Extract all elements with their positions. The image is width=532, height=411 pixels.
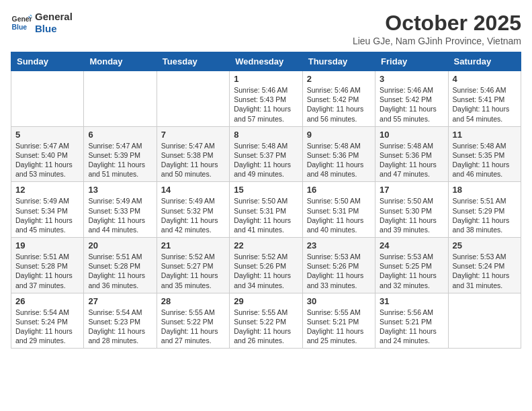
day-cell: 22Sunrise: 5:52 AM Sunset: 5:26 PM Dayli… bbox=[230, 238, 302, 293]
day-info: Sunrise: 5:47 AM Sunset: 5:38 PM Dayligh… bbox=[161, 141, 225, 179]
day-cell: 18Sunrise: 5:51 AM Sunset: 5:29 PM Dayli… bbox=[448, 182, 521, 238]
day-cell: 6Sunrise: 5:47 AM Sunset: 5:39 PM Daylig… bbox=[84, 126, 157, 182]
week-row-1: 5Sunrise: 5:47 AM Sunset: 5:40 PM Daylig… bbox=[11, 126, 521, 182]
day-number: 9 bbox=[307, 130, 371, 140]
day-info: Sunrise: 5:47 AM Sunset: 5:40 PM Dayligh… bbox=[15, 141, 79, 179]
day-info: Sunrise: 5:54 AM Sunset: 5:24 PM Dayligh… bbox=[15, 308, 79, 346]
day-cell: 19Sunrise: 5:51 AM Sunset: 5:28 PM Dayli… bbox=[11, 238, 84, 293]
day-info: Sunrise: 5:55 AM Sunset: 5:22 PM Dayligh… bbox=[234, 308, 298, 346]
day-info: Sunrise: 5:51 AM Sunset: 5:28 PM Dayligh… bbox=[88, 252, 152, 290]
day-info: Sunrise: 5:52 AM Sunset: 5:26 PM Dayligh… bbox=[234, 252, 298, 290]
day-cell: 16Sunrise: 5:50 AM Sunset: 5:31 PM Dayli… bbox=[302, 182, 375, 238]
day-cell: 10Sunrise: 5:48 AM Sunset: 5:36 PM Dayli… bbox=[375, 126, 448, 182]
logo: General Blue General Blue bbox=[11, 11, 73, 35]
day-info: Sunrise: 5:52 AM Sunset: 5:27 PM Dayligh… bbox=[161, 252, 225, 290]
day-number: 18 bbox=[453, 185, 517, 195]
day-info: Sunrise: 5:49 AM Sunset: 5:34 PM Dayligh… bbox=[15, 196, 79, 234]
day-cell: 25Sunrise: 5:53 AM Sunset: 5:24 PM Dayli… bbox=[448, 238, 521, 293]
day-cell bbox=[11, 71, 84, 127]
day-info: Sunrise: 5:49 AM Sunset: 5:33 PM Dayligh… bbox=[88, 196, 152, 234]
day-number: 20 bbox=[88, 240, 152, 250]
day-number: 12 bbox=[15, 185, 79, 195]
day-cell: 20Sunrise: 5:51 AM Sunset: 5:28 PM Dayli… bbox=[84, 238, 157, 293]
day-info: Sunrise: 5:53 AM Sunset: 5:26 PM Dayligh… bbox=[307, 252, 371, 290]
day-cell: 2Sunrise: 5:46 AM Sunset: 5:42 PM Daylig… bbox=[302, 71, 375, 127]
day-cell: 24Sunrise: 5:53 AM Sunset: 5:25 PM Dayli… bbox=[375, 238, 448, 293]
day-number: 16 bbox=[307, 185, 371, 195]
logo-icon: General Blue bbox=[11, 12, 32, 34]
day-info: Sunrise: 5:56 AM Sunset: 5:21 PM Dayligh… bbox=[380, 308, 443, 346]
day-info: Sunrise: 5:46 AM Sunset: 5:42 PM Dayligh… bbox=[380, 85, 443, 124]
day-number: 14 bbox=[161, 185, 225, 195]
day-cell: 13Sunrise: 5:49 AM Sunset: 5:33 PM Dayli… bbox=[84, 182, 157, 238]
day-number: 1 bbox=[234, 74, 298, 84]
day-info: Sunrise: 5:48 AM Sunset: 5:37 PM Dayligh… bbox=[234, 141, 298, 179]
day-cell: 3Sunrise: 5:46 AM Sunset: 5:42 PM Daylig… bbox=[375, 71, 448, 127]
day-number: 7 bbox=[161, 130, 225, 140]
day-number: 26 bbox=[15, 296, 79, 306]
day-number: 11 bbox=[453, 130, 517, 140]
day-number: 17 bbox=[380, 185, 443, 195]
header-thursday: Thursday bbox=[302, 52, 375, 71]
week-row-3: 19Sunrise: 5:51 AM Sunset: 5:28 PM Dayli… bbox=[11, 238, 521, 293]
day-number: 24 bbox=[380, 240, 443, 250]
day-number: 30 bbox=[307, 296, 371, 306]
day-info: Sunrise: 5:53 AM Sunset: 5:25 PM Dayligh… bbox=[380, 252, 443, 290]
day-info: Sunrise: 5:54 AM Sunset: 5:23 PM Dayligh… bbox=[88, 308, 152, 346]
day-cell: 7Sunrise: 5:47 AM Sunset: 5:38 PM Daylig… bbox=[157, 126, 229, 182]
logo-general: General bbox=[35, 11, 73, 23]
day-cell bbox=[157, 71, 229, 127]
title-block: October 2025 Lieu GJe, Nam GJinh Provinc… bbox=[353, 11, 521, 46]
day-cell: 28Sunrise: 5:55 AM Sunset: 5:22 PM Dayli… bbox=[157, 293, 229, 349]
day-number: 4 bbox=[453, 74, 517, 84]
day-number: 3 bbox=[380, 74, 443, 84]
day-number: 10 bbox=[380, 130, 443, 140]
day-cell: 30Sunrise: 5:55 AM Sunset: 5:21 PM Dayli… bbox=[302, 293, 375, 349]
day-info: Sunrise: 5:49 AM Sunset: 5:32 PM Dayligh… bbox=[161, 196, 225, 234]
day-number: 28 bbox=[161, 296, 225, 306]
day-cell: 23Sunrise: 5:53 AM Sunset: 5:26 PM Dayli… bbox=[302, 238, 375, 293]
header-tuesday: Tuesday bbox=[157, 52, 229, 71]
day-cell: 17Sunrise: 5:50 AM Sunset: 5:30 PM Dayli… bbox=[375, 182, 448, 238]
week-row-4: 26Sunrise: 5:54 AM Sunset: 5:24 PM Dayli… bbox=[11, 293, 521, 349]
header-sunday: Sunday bbox=[11, 52, 84, 71]
day-number: 8 bbox=[234, 130, 298, 140]
page-header: General Blue General Blue October 2025 L… bbox=[11, 11, 521, 46]
day-number: 2 bbox=[307, 74, 371, 84]
calendar: SundayMondayTuesdayWednesdayThursdayFrid… bbox=[11, 52, 521, 349]
day-info: Sunrise: 5:50 AM Sunset: 5:31 PM Dayligh… bbox=[234, 196, 298, 234]
day-info: Sunrise: 5:50 AM Sunset: 5:31 PM Dayligh… bbox=[307, 196, 371, 234]
day-cell: 15Sunrise: 5:50 AM Sunset: 5:31 PM Dayli… bbox=[230, 182, 302, 238]
day-cell: 27Sunrise: 5:54 AM Sunset: 5:23 PM Dayli… bbox=[84, 293, 157, 349]
month-title: October 2025 bbox=[353, 11, 521, 36]
day-cell: 14Sunrise: 5:49 AM Sunset: 5:32 PM Dayli… bbox=[157, 182, 229, 238]
day-number: 5 bbox=[15, 130, 79, 140]
day-info: Sunrise: 5:48 AM Sunset: 5:35 PM Dayligh… bbox=[453, 141, 517, 179]
day-info: Sunrise: 5:53 AM Sunset: 5:24 PM Dayligh… bbox=[453, 252, 517, 290]
svg-text:Blue: Blue bbox=[12, 24, 28, 31]
header-friday: Friday bbox=[375, 52, 448, 71]
day-info: Sunrise: 5:46 AM Sunset: 5:42 PM Dayligh… bbox=[307, 85, 371, 124]
subtitle: Lieu GJe, Nam GJinh Province, Vietnam bbox=[353, 36, 521, 46]
day-cell: 11Sunrise: 5:48 AM Sunset: 5:35 PM Dayli… bbox=[448, 126, 521, 182]
day-cell: 8Sunrise: 5:48 AM Sunset: 5:37 PM Daylig… bbox=[230, 126, 302, 182]
day-info: Sunrise: 5:55 AM Sunset: 5:21 PM Dayligh… bbox=[307, 308, 371, 346]
day-info: Sunrise: 5:51 AM Sunset: 5:28 PM Dayligh… bbox=[15, 252, 79, 290]
header-wednesday: Wednesday bbox=[230, 52, 302, 71]
day-info: Sunrise: 5:46 AM Sunset: 5:41 PM Dayligh… bbox=[453, 85, 517, 124]
day-cell: 12Sunrise: 5:49 AM Sunset: 5:34 PM Dayli… bbox=[11, 182, 84, 238]
day-cell: 5Sunrise: 5:47 AM Sunset: 5:40 PM Daylig… bbox=[11, 126, 84, 182]
day-cell: 4Sunrise: 5:46 AM Sunset: 5:41 PM Daylig… bbox=[448, 71, 521, 127]
day-info: Sunrise: 5:46 AM Sunset: 5:43 PM Dayligh… bbox=[234, 85, 298, 124]
day-cell: 29Sunrise: 5:55 AM Sunset: 5:22 PM Dayli… bbox=[230, 293, 302, 349]
day-number: 6 bbox=[88, 130, 152, 140]
calendar-header-row: SundayMondayTuesdayWednesdayThursdayFrid… bbox=[11, 52, 521, 71]
day-cell bbox=[448, 293, 521, 349]
week-row-0: 1Sunrise: 5:46 AM Sunset: 5:43 PM Daylig… bbox=[11, 71, 521, 127]
week-row-2: 12Sunrise: 5:49 AM Sunset: 5:34 PM Dayli… bbox=[11, 182, 521, 238]
header-monday: Monday bbox=[84, 52, 157, 71]
day-cell: 26Sunrise: 5:54 AM Sunset: 5:24 PM Dayli… bbox=[11, 293, 84, 349]
day-cell: 21Sunrise: 5:52 AM Sunset: 5:27 PM Dayli… bbox=[157, 238, 229, 293]
day-number: 29 bbox=[234, 296, 298, 306]
day-number: 15 bbox=[234, 185, 298, 195]
